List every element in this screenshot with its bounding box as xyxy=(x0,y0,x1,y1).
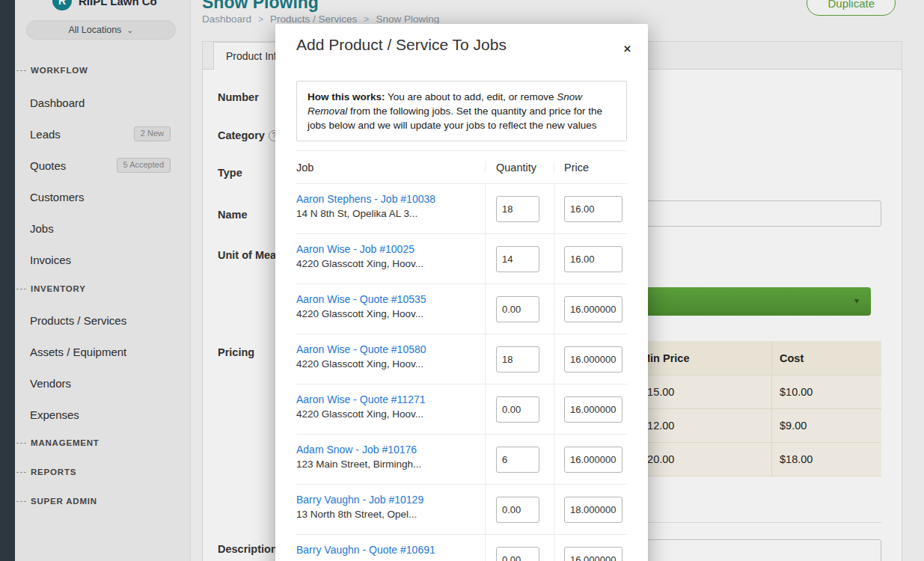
price-input[interactable] xyxy=(564,447,622,473)
job-link[interactable]: Aaron Wise - Quote #11271 xyxy=(296,393,479,405)
quantity-input[interactable] xyxy=(496,497,539,523)
price-column-header: Price xyxy=(554,162,627,174)
quantity-input[interactable] xyxy=(496,246,539,272)
job-link[interactable]: Barry Vaughn - Job #10129 xyxy=(296,494,479,506)
note-text: You are about to add, edit, or remove xyxy=(385,91,557,102)
quantity-input[interactable] xyxy=(496,296,539,322)
job-address: 14 N 8th St, Opelika AL 3... xyxy=(296,208,479,219)
job-row: Barry Vaughn - Quote #10691 13 North 8th… xyxy=(296,535,627,561)
job-link[interactable]: Aaron Wise - Job #10025 xyxy=(296,243,479,255)
price-input[interactable] xyxy=(564,246,622,272)
modal-body: How this works: You are about to add, ed… xyxy=(275,54,648,561)
job-address: 13 North 8th Street, Opel... xyxy=(296,509,479,520)
job-row: Aaron Wise - Quote #10580 4220 Glasscott… xyxy=(296,334,627,384)
quantity-input[interactable] xyxy=(496,346,539,373)
jobs-table: Job Quantity Price Aaron Stephens - Job … xyxy=(296,150,627,561)
price-input[interactable] xyxy=(564,497,622,523)
price-input[interactable] xyxy=(564,296,622,322)
job-address: 4220 Glasscott Xing, Hoov... xyxy=(296,408,479,420)
job-row: Aaron Wise - Quote #10535 4220 Glasscott… xyxy=(296,284,627,334)
price-input[interactable] xyxy=(564,547,622,561)
job-row: Aaron Wise - Job #10025 4220 Glasscott X… xyxy=(296,234,627,284)
job-link[interactable]: Aaron Stephens - Job #10038 xyxy=(296,193,479,205)
note-bold: How this works: xyxy=(308,91,385,102)
job-link[interactable]: Barry Vaughn - Quote #10691 xyxy=(296,544,479,556)
job-link[interactable]: Aaron Wise - Quote #10580 xyxy=(296,343,479,355)
price-input[interactable] xyxy=(564,196,622,222)
job-link[interactable]: Aaron Wise - Quote #10535 xyxy=(296,293,479,305)
modal-title: Add Product / Service To Jobs xyxy=(296,36,627,54)
job-column-header: Job xyxy=(296,162,485,174)
job-address: 4220 Glasscott Xing, Hoov... xyxy=(296,258,479,269)
job-link[interactable]: Adam Snow - Job #10176 xyxy=(296,444,479,456)
quantity-input[interactable] xyxy=(496,196,539,222)
jobs-table-header: Job Quantity Price xyxy=(296,151,627,184)
close-icon[interactable]: ✕ xyxy=(623,43,631,55)
job-address: 123 Main Street, Birmingh... xyxy=(296,459,479,470)
quantity-input[interactable] xyxy=(496,547,539,561)
how-this-works-note: How this works: You are about to add, ed… xyxy=(296,81,627,141)
price-input[interactable] xyxy=(564,396,622,423)
job-row: Adam Snow - Job #10176 123 Main Street, … xyxy=(296,435,627,485)
job-row: Barry Vaughn - Job #10129 13 North 8th S… xyxy=(296,485,627,535)
modal-header: Add Product / Service To Jobs ✕ xyxy=(275,24,648,54)
job-address: 4220 Glasscott Xing, Hoov... xyxy=(296,308,479,319)
quantity-column-header: Quantity xyxy=(485,162,554,174)
price-input[interactable] xyxy=(564,346,622,373)
note-text: from the following jobs. Set the quantit… xyxy=(308,105,602,131)
quantity-input[interactable] xyxy=(496,447,539,473)
add-product-modal: Add Product / Service To Jobs ✕ How this… xyxy=(275,24,648,561)
job-address: 4220 Glasscott Xing, Hoov... xyxy=(296,358,479,370)
job-row: Aaron Stephens - Job #10038 14 N 8th St,… xyxy=(296,184,627,234)
quantity-input[interactable] xyxy=(496,396,539,423)
job-row: Aaron Wise - Quote #11271 4220 Glasscott… xyxy=(296,384,627,435)
